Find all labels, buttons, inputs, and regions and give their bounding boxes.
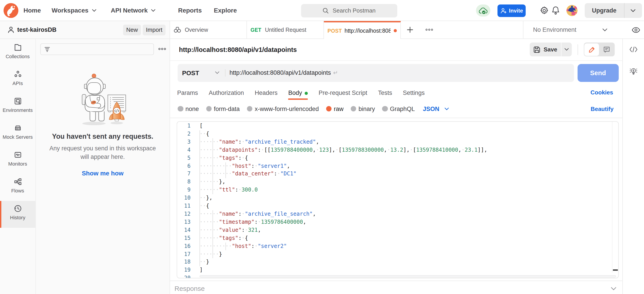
method-select[interactable]: POST <box>178 69 226 76</box>
import-button[interactable]: Import <box>143 24 166 35</box>
code-line: ··{ <box>200 130 612 138</box>
request-tab-tests[interactable]: Tests <box>378 86 392 100</box>
body-mode-radio-graphql[interactable]: GraphQL <box>382 106 415 112</box>
postman-logo-icon[interactable] <box>4 3 18 18</box>
environments-icon <box>14 97 22 105</box>
environment-chevron-icon[interactable] <box>602 28 607 32</box>
body-mode-radio-raw[interactable]: raw <box>326 106 344 112</box>
invite-button[interactable]: Invite <box>497 4 526 17</box>
search-input[interactable]: Search Postman <box>301 4 397 17</box>
request-tab-headers[interactable]: Headers <box>255 86 278 100</box>
response-section-header[interactable]: Response <box>170 280 622 294</box>
editor-horizontal-scrollbar[interactable] <box>199 275 616 277</box>
body-mode-radio-binary[interactable]: binary <box>351 106 375 112</box>
beautify-link[interactable]: Beautify <box>590 106 614 112</box>
body-mode-radio-x-www-form-urlencoded[interactable]: x-www-form-urlencoded <box>247 106 319 112</box>
settings-button[interactable] <box>539 6 550 15</box>
rail-item-monitors[interactable]: Monitors <box>0 147 35 174</box>
environment-selector: No Environment <box>523 21 644 38</box>
code-whitespace: · <box>242 139 245 145</box>
rail-item-environments[interactable]: Environments <box>0 94 35 120</box>
nav-item-api-network[interactable]: API Network <box>111 7 156 14</box>
workspace-name[interactable]: test-kairosDB <box>17 26 56 33</box>
gear-icon <box>539 6 549 15</box>
code-whitespace: · <box>245 227 248 233</box>
new-tab-button[interactable] <box>401 21 419 38</box>
tab-options-button[interactable] <box>419 21 439 38</box>
new-button[interactable]: New <box>123 24 141 35</box>
tab-overview[interactable]: Overview <box>170 21 247 38</box>
request-tab-authorization[interactable]: Authorization <box>209 86 244 100</box>
request-tab-label: Authorization <box>209 90 244 96</box>
nav-item-reports[interactable]: Reports <box>178 7 202 14</box>
code-icon <box>629 46 638 52</box>
history-more-actions-button[interactable] <box>158 48 166 50</box>
code-line: ······"timestamp":·1359786400000, <box>200 218 612 226</box>
cookies-link[interactable]: Cookies <box>590 89 613 96</box>
send-button[interactable]: Send <box>578 64 618 82</box>
comment-mode-button[interactable] <box>599 44 614 56</box>
nav-item-workspaces[interactable]: Workspaces <box>52 7 96 14</box>
request-tab-label: Settings <box>403 90 425 96</box>
indent-guide <box>200 130 200 266</box>
url-row: POST http://localhost:8080/api/v1/datapo… <box>178 64 618 82</box>
show-me-how-link[interactable]: Show me how <box>36 170 170 177</box>
body-type-row: noneform-datax-www-form-urlencodedrawbin… <box>170 100 622 118</box>
language-select[interactable]: JSON <box>423 106 449 112</box>
avatar[interactable] <box>566 5 577 16</box>
tab-post-request[interactable]: POSThttp://localhost:8080/ <box>324 21 401 39</box>
tab-get-request[interactable]: GETUntitled Request <box>247 21 324 38</box>
request-tab-settings[interactable]: Settings <box>403 86 425 100</box>
rail-item-collections[interactable]: Collections <box>0 40 35 67</box>
rail-item-flows[interactable]: Flows <box>0 174 35 201</box>
code-whitespace: · <box>410 146 413 153</box>
editor-vertical-scrollbar[interactable] <box>612 122 618 272</box>
code-token-punctuation: : <box>238 154 241 161</box>
request-tab-body[interactable]: Body <box>288 86 308 100</box>
code-whitespace: ······ <box>200 219 219 225</box>
scrollbar-thumb[interactable] <box>613 270 618 271</box>
code-snippet-button[interactable] <box>629 46 638 52</box>
nav-item-explore[interactable]: Explore <box>214 7 237 14</box>
header-separator <box>577 44 578 55</box>
chevron-down-icon <box>564 48 569 51</box>
sync-status-button[interactable] <box>476 4 490 17</box>
upgrade-button[interactable]: Upgrade <box>584 3 642 18</box>
code-whitespace: · <box>261 146 264 153</box>
code-token-punctuation: : <box>242 227 245 233</box>
method-chevron <box>215 71 220 74</box>
pencil-icon <box>588 46 595 53</box>
method-value: POST <box>182 69 199 76</box>
history-filter-input[interactable] <box>40 43 154 55</box>
request-tab-params[interactable]: Params <box>177 86 198 100</box>
body-mode-radio-none[interactable]: none <box>178 106 199 112</box>
line-number: 18 <box>177 258 190 266</box>
radio-dot <box>326 106 332 112</box>
nav-item-label: Workspaces <box>52 7 88 14</box>
body-editor[interactable]: 1234567891011121314151617181920 [··{····… <box>176 121 618 278</box>
rail-item-apis[interactable]: APIs <box>0 67 35 94</box>
notifications-button[interactable] <box>550 6 561 15</box>
upgrade-chevron-button[interactable] <box>624 3 642 18</box>
code-line: ··{ <box>200 202 612 210</box>
hints-button[interactable] <box>629 68 638 76</box>
code-token-punctuation: : <box>238 139 241 145</box>
rail-item-mock-servers[interactable]: Mock Servers <box>0 120 35 147</box>
edit-mode-button[interactable] <box>584 44 599 56</box>
url-enter-hint: ↵ <box>333 70 338 76</box>
response-expand-chevron[interactable] <box>610 286 616 290</box>
body-mode-radio-form-data[interactable]: form-data <box>206 106 240 112</box>
code-token-string: "DC1" <box>280 171 296 177</box>
request-tab-pre-request-script[interactable]: Pre-request Script <box>318 86 367 100</box>
rail-item-history[interactable]: History <box>0 201 35 228</box>
code-token-punctuation: : <box>274 171 277 177</box>
code-token-punctuation: : <box>238 235 241 241</box>
nav-item-home[interactable]: Home <box>24 7 41 14</box>
environment-quick-look-button[interactable] <box>628 27 644 33</box>
save-button[interactable]: Save <box>530 43 561 56</box>
environment-name[interactable]: No Environment <box>533 26 576 33</box>
url-input[interactable]: http://localhost:8080/api/v1/datapoints <box>230 70 331 76</box>
save-options-button[interactable] <box>561 43 572 56</box>
filter-icon <box>44 46 50 52</box>
code-token-punctuation: [ <box>413 146 416 153</box>
